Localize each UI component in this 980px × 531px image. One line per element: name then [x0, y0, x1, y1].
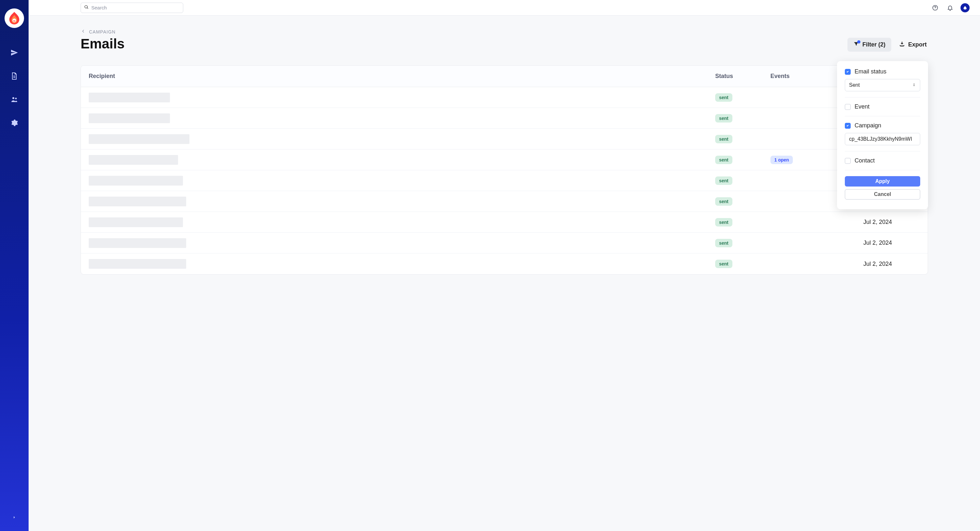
sidebar-item-settings[interactable]: [6, 115, 22, 130]
sidebar-item-send[interactable]: [6, 45, 22, 60]
status-badge: sent: [715, 156, 732, 164]
status-badge: sent: [715, 260, 732, 268]
table-row[interactable]: sent Jul 2, 2024: [81, 212, 928, 233]
emails-table: Recipient Status Events Sent sent sent: [81, 65, 928, 275]
page-title: Emails: [81, 36, 124, 52]
table-row[interactable]: sent Jul 2, 2024: [81, 233, 928, 253]
checkbox-icon: [845, 104, 851, 110]
recipient-redacted: [89, 218, 183, 227]
sidebar-item-people[interactable]: [6, 92, 22, 107]
avatar[interactable]: [961, 3, 970, 12]
page-content: CAMPAIGN Emails Filter (2) Export: [29, 16, 980, 531]
filter-email-status-value: Sent: [849, 82, 860, 88]
search-icon: [84, 5, 89, 11]
table-row[interactable]: sent Jul 2, 2024: [81, 253, 928, 274]
sent-date: Jul 2, 2024: [835, 261, 920, 267]
filter-contact-checkbox[interactable]: Contact: [845, 157, 920, 164]
status-badge: sent: [715, 93, 732, 102]
events-badge: 1 open: [770, 156, 793, 164]
filter-event-label: Event: [854, 103, 870, 110]
filter-email-status-label: Email status: [854, 68, 886, 75]
checkbox-icon: [845, 69, 851, 75]
svg-text:M: M: [13, 19, 15, 22]
filter-apply-button[interactable]: Apply: [845, 176, 920, 186]
table-header: Recipient Status Events Sent: [81, 66, 928, 87]
svg-point-3: [15, 98, 17, 99]
table-row[interactable]: sent Jul 2, 2024: [81, 191, 928, 212]
filter-contact-label: Contact: [854, 157, 875, 164]
table-row[interactable]: sent: [81, 129, 928, 149]
topbar: [29, 0, 980, 16]
filter-cancel-button[interactable]: Cancel: [845, 189, 920, 200]
recipient-redacted: [89, 259, 186, 269]
table-row[interactable]: sent: [81, 108, 928, 129]
arrow-left-icon: [81, 29, 86, 35]
table-row[interactable]: sent: [81, 170, 928, 191]
status-badge: sent: [715, 114, 732, 122]
th-status: Status: [715, 73, 770, 79]
status-badge: sent: [715, 239, 732, 247]
status-badge: sent: [715, 218, 732, 226]
filter-campaign-checkbox[interactable]: Campaign: [845, 122, 920, 129]
filter-email-status-checkbox[interactable]: Email status: [845, 68, 920, 75]
th-events: Events: [770, 73, 835, 79]
sidebar-expand-toggle[interactable]: [6, 510, 22, 525]
recipient-redacted: [89, 197, 186, 207]
filter-active-indicator: [857, 40, 861, 43]
filter-campaign-label: Campaign: [854, 122, 881, 129]
breadcrumb[interactable]: CAMPAIGN: [81, 29, 116, 35]
help-icon[interactable]: [931, 3, 940, 12]
sidebar-item-documents[interactable]: [6, 68, 22, 84]
export-label: Export: [908, 41, 927, 48]
svg-point-2: [12, 97, 14, 99]
bell-icon[interactable]: [945, 3, 955, 12]
recipient-redacted: [89, 176, 183, 186]
app-logo[interactable]: M: [5, 8, 24, 28]
filter-email-status-select[interactable]: Sent: [845, 79, 920, 91]
chevron-updown-icon: [912, 82, 916, 88]
recipient-redacted: [89, 238, 186, 248]
filter-label: Filter (2): [862, 41, 885, 48]
checkbox-icon: [845, 158, 851, 164]
filter-campaign-input[interactable]: [845, 133, 920, 145]
export-button[interactable]: Export: [898, 38, 928, 52]
recipient-redacted: [89, 155, 178, 165]
sent-date: Jul 2, 2024: [835, 219, 920, 226]
sidebar: M: [0, 0, 29, 531]
svg-point-5: [935, 9, 935, 9]
filter-event-checkbox[interactable]: Event: [845, 103, 920, 110]
recipient-redacted: [89, 134, 189, 144]
table-row[interactable]: sent 1 open: [81, 149, 928, 170]
table-row[interactable]: sent: [81, 87, 928, 108]
checkbox-icon: [845, 123, 851, 129]
status-badge: sent: [715, 197, 732, 206]
status-badge: sent: [715, 135, 732, 143]
breadcrumb-label: CAMPAIGN: [89, 29, 116, 35]
filter-button[interactable]: Filter (2): [848, 38, 891, 52]
recipient-redacted: [89, 113, 170, 123]
filter-panel: Email status Sent Event: [837, 61, 928, 209]
search-input-wrap[interactable]: [81, 3, 183, 13]
th-recipient: Recipient: [89, 73, 715, 79]
sent-date: Jul 2, 2024: [835, 240, 920, 246]
recipient-redacted: [89, 92, 170, 102]
download-icon: [899, 41, 905, 48]
status-badge: sent: [715, 176, 732, 185]
search-input[interactable]: [91, 5, 180, 10]
